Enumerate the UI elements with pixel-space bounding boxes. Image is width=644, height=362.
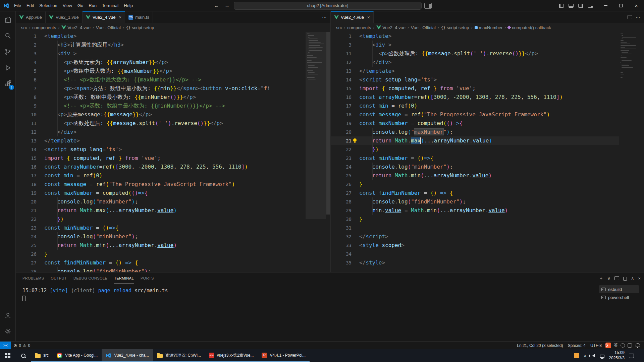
line-number[interactable]: 17 xyxy=(16,171,37,180)
code-text[interactable]: const message = ref("The Progressive Jav… xyxy=(37,180,306,189)
line-number[interactable]: 34 xyxy=(331,250,352,258)
ime-language-indicator[interactable]: 英 xyxy=(612,342,619,349)
menu-help[interactable]: Help xyxy=(121,2,136,9)
line-number[interactable]: 23 xyxy=(331,154,352,163)
line-number[interactable]: 13 xyxy=(16,136,37,145)
taskbar-window-chrome[interactable]: Vite App - Googl... xyxy=(53,349,102,362)
line-number[interactable]: 16 xyxy=(16,163,37,171)
minimap[interactable] xyxy=(306,32,326,272)
breadcrumb-item[interactable]: {}script setup xyxy=(126,25,154,30)
tab-Vue2_4.vue[interactable]: Vue2_4.vue× xyxy=(83,11,125,23)
code-text[interactable]: </template> xyxy=(352,67,619,75)
code-text[interactable]: }) xyxy=(352,145,619,154)
toggle-sidebar-icon[interactable] xyxy=(559,4,564,8)
line-number[interactable]: 5 xyxy=(16,67,37,75)
notifications-bell-icon[interactable] xyxy=(633,342,644,349)
code-text[interactable]: </div> xyxy=(37,128,306,136)
code-text[interactable]: console.log("maxNumber"); xyxy=(352,128,619,136)
line-number[interactable]: 7 xyxy=(16,84,37,93)
back-icon[interactable]: ← xyxy=(212,3,220,8)
code-text[interactable]: min.value = Math.min(...arrayNumber.valu… xyxy=(352,206,619,215)
tray-app-icon[interactable] xyxy=(574,353,579,358)
line-number[interactable]: 17 xyxy=(331,102,352,110)
breadcrumb-item[interactable]: {}script setup xyxy=(441,25,469,30)
terminal-output[interactable]: 15:07:12 [vite] (client) page reload src… xyxy=(16,284,599,341)
more-actions-icon[interactable]: ⋯ xyxy=(636,14,641,20)
line-number[interactable]: 1 xyxy=(16,32,37,41)
breadcrumb-item[interactable]: maxNumber xyxy=(475,25,503,30)
kill-terminal-icon[interactable] xyxy=(623,277,627,281)
terminal-session-esbuild[interactable]: esbuild xyxy=(599,285,639,293)
code-text[interactable]: const arrayNumber=ref([3000, -2000, 1308… xyxy=(37,163,306,171)
code-text[interactable]: const minNumber = ()=>{ xyxy=(352,154,619,163)
explorer-icon[interactable] xyxy=(0,11,16,27)
ime-keyboard-icon[interactable] xyxy=(628,343,632,348)
code-text[interactable]: const message = ref("The Progressive Jav… xyxy=(352,110,619,119)
code-text[interactable]: const findMinNumber = () => { xyxy=(37,258,306,267)
code-text[interactable]: </template> xyxy=(37,136,306,145)
ime-tool-icon[interactable] xyxy=(621,343,625,348)
split-editor-icon[interactable] xyxy=(628,15,632,19)
action-center-icon[interactable] xyxy=(629,354,634,358)
code-text[interactable]: <p>原来message:{{message}}</p> xyxy=(37,110,306,119)
indentation-status[interactable]: Spaces: 4 xyxy=(566,342,588,349)
code-text[interactable]: <p>函数处理后: {{message.split(' ').reverse()… xyxy=(37,119,306,128)
encoding-status[interactable]: UTF-8 xyxy=(588,342,604,349)
hidden-icons-chevron[interactable]: ∧ xyxy=(584,354,586,358)
customize-layout-icon[interactable] xyxy=(588,4,593,8)
taskbar-window-folder[interactable]: 资源管理器: C:\Wi... xyxy=(153,349,205,362)
line-number[interactable]: 28 xyxy=(331,197,352,206)
code-text[interactable]: </div> xyxy=(352,58,619,67)
line-number[interactable]: 21 xyxy=(16,206,37,215)
breadcrumb-item[interactable]: src xyxy=(336,25,342,30)
search-box[interactable]: chap2 [Administrator] xyxy=(234,2,422,10)
line-number[interactable]: 31 xyxy=(331,224,352,232)
breadcrumb-item[interactable]: src xyxy=(21,25,27,30)
account-icon[interactable] xyxy=(0,307,16,323)
code-text[interactable]: console.log("findMinNumber"); xyxy=(352,197,619,206)
tab-Vue2_1.vue[interactable]: Vue2_1.vue xyxy=(46,11,83,23)
breadcrumb-item[interactable]: components xyxy=(32,25,56,30)
lightbulb-icon[interactable] xyxy=(353,138,357,142)
code-text[interactable]: <!-- <p>数组中最大数为: {{maxNumber}}</p> --> xyxy=(37,75,306,84)
minimize-button[interactable] xyxy=(598,0,613,11)
forward-icon[interactable]: → xyxy=(223,3,231,8)
line-number[interactable]: 19 xyxy=(16,189,37,197)
code-text[interactable]: import { computed, ref } from 'vue'; xyxy=(37,154,306,163)
menu-terminal[interactable]: Terminal xyxy=(99,2,121,9)
code-text[interactable]: const findMinNumber = () => { xyxy=(352,189,619,197)
more-actions-icon[interactable]: ⋯ xyxy=(322,14,327,20)
code-text[interactable]: console.log("minNumber"); xyxy=(352,163,619,171)
tab-main.ts[interactable]: main.ts xyxy=(125,11,153,23)
taskbar-window-ppt[interactable]: V4.4.1 - PowerPoi... xyxy=(258,349,310,362)
menu-file[interactable]: File xyxy=(11,2,24,9)
line-number[interactable]: 15 xyxy=(331,84,352,93)
code-text[interactable]: console.log("findMinNumber"); xyxy=(37,267,306,272)
menu-view[interactable]: View xyxy=(60,2,75,9)
menu-selection[interactable]: Selection xyxy=(37,2,60,9)
code-text[interactable]: <template> xyxy=(37,32,306,41)
scrollbar[interactable] xyxy=(326,32,330,272)
minimap[interactable] xyxy=(619,32,639,272)
line-number[interactable]: 11 xyxy=(331,49,352,58)
line-number[interactable]: 29 xyxy=(331,206,352,215)
tab-close-icon[interactable]: × xyxy=(119,15,122,20)
line-number[interactable]: 18 xyxy=(331,110,352,119)
line-number[interactable]: 28 xyxy=(16,267,37,272)
code-text[interactable]: return Math.max(...arrayNumber.value) xyxy=(37,206,306,215)
code-text[interactable]: <p><span>方法: 数组中最小数为: {{min}}</span><but… xyxy=(37,84,306,93)
maximize-panel-icon[interactable]: ∧ xyxy=(631,276,634,281)
code-text[interactable]: } xyxy=(352,180,619,189)
code-text[interactable]: <p>函数: 数组中最小数为: {{minNumber()}}</p> xyxy=(37,93,306,102)
layout-control-icon[interactable] xyxy=(424,3,432,9)
line-number[interactable]: 4 xyxy=(16,58,37,67)
maximize-button[interactable] xyxy=(613,0,629,11)
panel-tab-output[interactable]: OUTPUT xyxy=(51,273,67,284)
code-text[interactable]: <p>数组元素为: {{arrayNumber}}</p> xyxy=(37,58,306,67)
run-debug-icon[interactable] xyxy=(0,60,16,76)
terminal-dropdown-icon[interactable]: ∨ xyxy=(607,276,610,281)
line-number[interactable]: 24 xyxy=(331,163,352,171)
code-text[interactable]: </script> xyxy=(352,232,619,241)
code-text[interactable]: const maxNumber = computed(()=>{ xyxy=(352,119,619,128)
line-number[interactable]: 13 xyxy=(331,67,352,75)
